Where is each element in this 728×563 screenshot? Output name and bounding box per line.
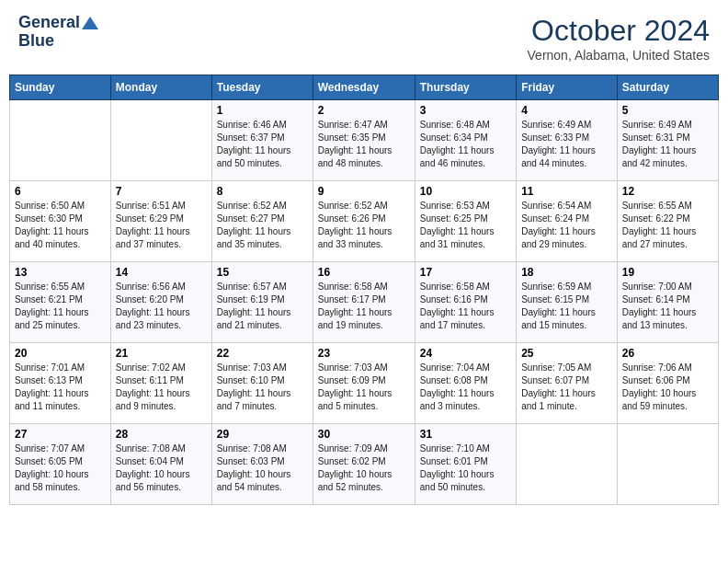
calendar-cell — [10, 100, 111, 181]
day-number: 21 — [116, 347, 207, 360]
day-info: Sunrise: 7:08 AMSunset: 6:03 PMDaylight:… — [217, 442, 308, 494]
calendar-cell: 8Sunrise: 6:52 AMSunset: 6:27 PMDaylight… — [211, 181, 313, 262]
weekday-monday: Monday — [110, 75, 211, 100]
month-title: October 2024 — [528, 14, 710, 48]
calendar-cell: 4Sunrise: 6:49 AMSunset: 6:33 PMDaylight… — [517, 100, 618, 181]
day-number: 28 — [116, 428, 207, 441]
day-number: 13 — [15, 266, 106, 279]
calendar-cell: 7Sunrise: 6:51 AMSunset: 6:29 PMDaylight… — [110, 181, 211, 262]
calendar-cell: 5Sunrise: 6:49 AMSunset: 6:31 PMDaylight… — [617, 100, 718, 181]
day-number: 25 — [521, 347, 612, 360]
week-row-3: 13Sunrise: 6:55 AMSunset: 6:21 PMDayligh… — [10, 262, 719, 343]
day-info: Sunrise: 6:52 AMSunset: 6:27 PMDaylight:… — [217, 200, 308, 251]
calendar-cell: 17Sunrise: 6:58 AMSunset: 6:16 PMDayligh… — [415, 262, 516, 343]
calendar-cell: 21Sunrise: 7:02 AMSunset: 6:11 PMDayligh… — [110, 343, 211, 424]
day-number: 9 — [318, 185, 410, 198]
day-number: 14 — [116, 266, 207, 279]
day-number: 15 — [217, 266, 308, 279]
day-number: 26 — [622, 347, 713, 360]
day-number: 1 — [217, 104, 308, 117]
calendar-cell — [617, 424, 718, 505]
calendar-cell: 26Sunrise: 7:06 AMSunset: 6:06 PMDayligh… — [617, 343, 718, 424]
day-info: Sunrise: 6:50 AMSunset: 6:30 PMDaylight:… — [15, 200, 106, 251]
day-info: Sunrise: 6:59 AMSunset: 6:15 PMDaylight:… — [521, 281, 612, 332]
logo: General Blue — [18, 14, 98, 51]
day-number: 17 — [420, 266, 511, 279]
weekday-friday: Friday — [517, 75, 618, 100]
calendar-cell: 25Sunrise: 7:05 AMSunset: 6:07 PMDayligh… — [517, 343, 618, 424]
weekday-tuesday: Tuesday — [211, 75, 313, 100]
day-number: 29 — [217, 428, 308, 441]
calendar-body: 1Sunrise: 6:46 AMSunset: 6:37 PMDaylight… — [10, 100, 719, 505]
calendar-cell: 13Sunrise: 6:55 AMSunset: 6:21 PMDayligh… — [10, 262, 111, 343]
day-number: 8 — [217, 185, 308, 198]
day-number: 19 — [622, 266, 713, 279]
calendar-cell: 3Sunrise: 6:48 AMSunset: 6:34 PMDaylight… — [415, 100, 516, 181]
calendar-cell — [517, 424, 618, 505]
day-info: Sunrise: 7:03 AMSunset: 6:09 PMDaylight:… — [318, 362, 410, 413]
calendar-cell: 14Sunrise: 6:56 AMSunset: 6:20 PMDayligh… — [110, 262, 211, 343]
calendar-cell — [110, 100, 211, 181]
calendar-cell: 31Sunrise: 7:10 AMSunset: 6:01 PMDayligh… — [415, 424, 516, 505]
calendar-cell: 11Sunrise: 6:54 AMSunset: 6:24 PMDayligh… — [517, 181, 618, 262]
calendar-cell: 30Sunrise: 7:09 AMSunset: 6:02 PMDayligh… — [313, 424, 415, 505]
day-info: Sunrise: 7:01 AMSunset: 6:13 PMDaylight:… — [15, 362, 106, 413]
day-number: 2 — [318, 104, 410, 117]
calendar-cell: 24Sunrise: 7:04 AMSunset: 6:08 PMDayligh… — [415, 343, 516, 424]
logo-blue: Blue — [18, 32, 54, 51]
logo-icon — [82, 17, 98, 29]
day-info: Sunrise: 6:54 AMSunset: 6:24 PMDaylight:… — [521, 200, 612, 251]
day-number: 7 — [116, 185, 207, 198]
calendar-cell: 28Sunrise: 7:08 AMSunset: 6:04 PMDayligh… — [110, 424, 211, 505]
weekday-saturday: Saturday — [617, 75, 718, 100]
day-info: Sunrise: 6:55 AMSunset: 6:21 PMDaylight:… — [15, 281, 106, 332]
day-info: Sunrise: 6:56 AMSunset: 6:20 PMDaylight:… — [116, 281, 207, 332]
day-number: 11 — [521, 185, 612, 198]
day-info: Sunrise: 6:52 AMSunset: 6:26 PMDaylight:… — [318, 200, 410, 251]
logo-general: General — [18, 14, 80, 32]
week-row-4: 20Sunrise: 7:01 AMSunset: 6:13 PMDayligh… — [10, 343, 719, 424]
calendar-cell: 18Sunrise: 6:59 AMSunset: 6:15 PMDayligh… — [517, 262, 618, 343]
day-info: Sunrise: 6:55 AMSunset: 6:22 PMDaylight:… — [622, 200, 713, 251]
calendar-cell: 15Sunrise: 6:57 AMSunset: 6:19 PMDayligh… — [211, 262, 313, 343]
day-number: 10 — [420, 185, 511, 198]
week-row-2: 6Sunrise: 6:50 AMSunset: 6:30 PMDaylight… — [10, 181, 719, 262]
calendar-cell: 27Sunrise: 7:07 AMSunset: 6:05 PMDayligh… — [10, 424, 111, 505]
day-info: Sunrise: 6:48 AMSunset: 6:34 PMDaylight:… — [420, 119, 511, 170]
day-number: 22 — [217, 347, 308, 360]
day-number: 24 — [420, 347, 511, 360]
day-number: 31 — [420, 428, 511, 441]
calendar-cell: 20Sunrise: 7:01 AMSunset: 6:13 PMDayligh… — [10, 343, 111, 424]
svg-marker-0 — [82, 17, 98, 29]
day-number: 27 — [15, 428, 106, 441]
day-info: Sunrise: 7:04 AMSunset: 6:08 PMDaylight:… — [420, 362, 511, 413]
calendar-cell: 19Sunrise: 7:00 AMSunset: 6:14 PMDayligh… — [617, 262, 718, 343]
day-number: 18 — [521, 266, 612, 279]
calendar-cell: 6Sunrise: 6:50 AMSunset: 6:30 PMDaylight… — [10, 181, 111, 262]
day-info: Sunrise: 6:49 AMSunset: 6:31 PMDaylight:… — [622, 119, 713, 170]
calendar-cell: 10Sunrise: 6:53 AMSunset: 6:25 PMDayligh… — [415, 181, 516, 262]
calendar-cell: 16Sunrise: 6:58 AMSunset: 6:17 PMDayligh… — [313, 262, 415, 343]
day-info: Sunrise: 7:02 AMSunset: 6:11 PMDaylight:… — [116, 362, 207, 413]
day-info: Sunrise: 6:47 AMSunset: 6:35 PMDaylight:… — [318, 119, 410, 170]
day-number: 30 — [318, 428, 410, 441]
day-info: Sunrise: 7:09 AMSunset: 6:02 PMDaylight:… — [318, 442, 410, 494]
week-row-1: 1Sunrise: 6:46 AMSunset: 6:37 PMDaylight… — [10, 100, 719, 181]
day-info: Sunrise: 7:07 AMSunset: 6:05 PMDaylight:… — [15, 442, 106, 494]
day-number: 23 — [318, 347, 410, 360]
location: Vernon, Alabama, United States — [528, 48, 710, 63]
day-info: Sunrise: 7:08 AMSunset: 6:04 PMDaylight:… — [116, 442, 207, 494]
week-row-5: 27Sunrise: 7:07 AMSunset: 6:05 PMDayligh… — [10, 424, 719, 505]
day-info: Sunrise: 6:57 AMSunset: 6:19 PMDaylight:… — [217, 281, 308, 332]
day-number: 6 — [15, 185, 106, 198]
title-area: October 2024 Vernon, Alabama, United Sta… — [528, 14, 710, 63]
calendar-cell: 22Sunrise: 7:03 AMSunset: 6:10 PMDayligh… — [211, 343, 313, 424]
weekday-header-row: SundayMondayTuesdayWednesdayThursdayFrid… — [10, 75, 719, 100]
calendar-cell: 29Sunrise: 7:08 AMSunset: 6:03 PMDayligh… — [211, 424, 313, 505]
day-info: Sunrise: 7:00 AMSunset: 6:14 PMDaylight:… — [622, 281, 713, 332]
day-info: Sunrise: 6:46 AMSunset: 6:37 PMDaylight:… — [217, 119, 308, 170]
day-info: Sunrise: 6:58 AMSunset: 6:17 PMDaylight:… — [318, 281, 410, 332]
calendar-table: SundayMondayTuesdayWednesdayThursdayFrid… — [9, 75, 719, 505]
day-number: 5 — [622, 104, 713, 117]
day-number: 4 — [521, 104, 612, 117]
